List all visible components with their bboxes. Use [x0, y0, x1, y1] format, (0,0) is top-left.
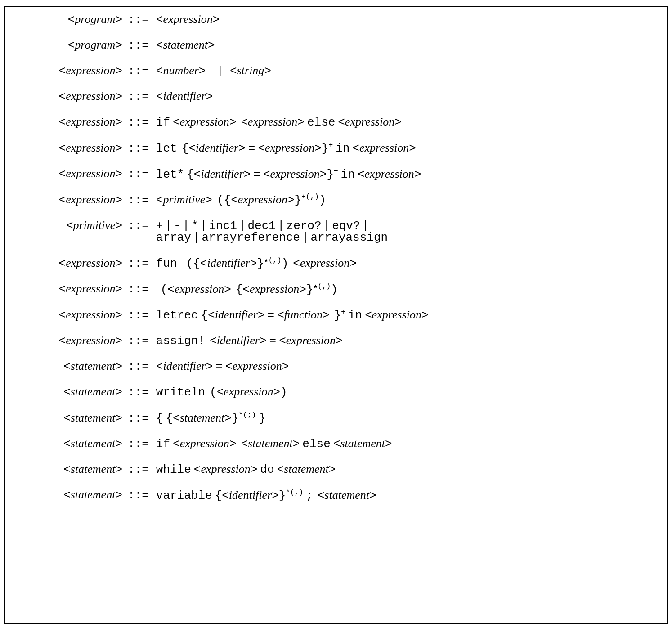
grammar-rule: <statement> ::= {{<statement>}*(;)} [14, 410, 658, 436]
grammar-rule: <statement> ::= writeln(<expression>) [14, 384, 658, 410]
grammar-rule: <primitive> ::= +|-|*|inc1|dec1|zero?|eq… [14, 218, 658, 232]
grammar-rule-cont: ::= array|arrayreference|arrayassign [14, 232, 658, 255]
grammar-rule: <statement> ::= variable{<identifier>}*(… [14, 487, 658, 504]
grammar-rule: <expression> ::= letrec{<identifier>=<fu… [14, 307, 658, 333]
kw-let: let [156, 142, 177, 155]
kw-fun: fun [156, 257, 177, 270]
repeat-star: ★ [264, 256, 269, 265]
kw-if: if [156, 116, 170, 129]
grammar-rule: <statement> ::= <identifier>=<expression… [14, 359, 658, 384]
kw-let-star: let* [156, 167, 184, 181]
kw-writeln: writeln [156, 386, 205, 399]
angle-gt: > [115, 13, 122, 27]
grammar-rule: <expression> ::= let{<identifier>=<expre… [14, 140, 658, 166]
grammar-rule: <expression> ::= <primitive>({<expressio… [14, 192, 658, 218]
grammar-rule: <expression> ::= <identifier> [14, 89, 658, 114]
nt-statement: statement [163, 38, 208, 51]
repeat-plus: + [328, 141, 333, 149]
kw-variable: variable [156, 489, 212, 502]
kw-in: in [336, 142, 349, 155]
prim-arrayref: arrayreference [202, 231, 300, 244]
nt-program: program [75, 13, 115, 26]
grammar-rule: <program> ::= <statement> [14, 37, 658, 63]
grammar-frame: <program> ::= <expression> <program> ::=… [4, 6, 668, 624]
nt-primitive: primitive [163, 193, 205, 206]
prim-arrayassign: arrayassign [310, 231, 388, 244]
kw-letrec: letrec [156, 309, 198, 322]
nt-number: number [163, 64, 198, 77]
nt-function: function [284, 308, 323, 321]
grammar-rule: <expression> ::= let*{<identifier>=<expr… [14, 166, 658, 192]
grammar-rule: <expression> ::= fun({<identifier>}★(,))… [14, 255, 658, 281]
prim-array: array [156, 231, 191, 244]
grammar-rule: <expression> ::= assign!<identifier>=<ex… [14, 333, 658, 359]
kw-else: else [307, 116, 335, 129]
grammar-rule: <expression> ::= if<expression><expressi… [14, 114, 658, 140]
grammar-rule: <statement> ::= while<expression>do<stat… [14, 462, 658, 487]
grammar-rule: <expression> ::= <number>|<string> [14, 63, 658, 89]
nt-identifier: identifier [163, 90, 206, 103]
kw-do: do [260, 463, 274, 476]
kw-while: while [156, 463, 191, 476]
nt-string: string [237, 64, 264, 77]
grammar-rule: <statement> ::= if<expression><statement… [14, 436, 658, 462]
defined-as: ::= [123, 14, 152, 26]
nt-expression: expression [163, 13, 212, 26]
angle-lt: < [68, 13, 75, 27]
kw-assign: assign! [156, 334, 205, 348]
alt-bar: | [215, 64, 225, 78]
grammar-rule: <expression> ::= (<expression>{<expressi… [14, 281, 658, 307]
grammar-rule: <program> ::= <expression> [14, 12, 658, 37]
